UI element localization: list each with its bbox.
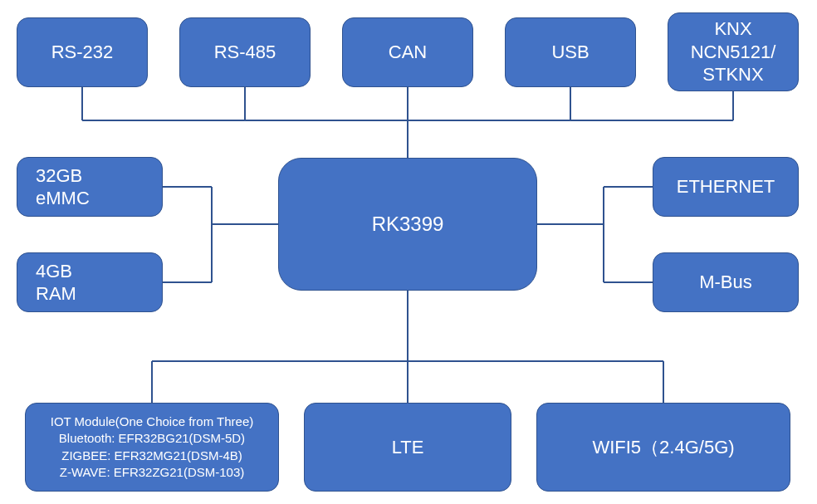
box-label: RS-232 <box>51 41 114 64</box>
box-label: ETHERNET <box>677 175 775 198</box>
box-label: IOT Module(One Choice from Three)Bluetoo… <box>51 413 254 481</box>
box-mbus: M-Bus <box>653 252 799 312</box>
diagram-canvas: RS-232 RS-485 CAN USB KNXNCN5121/STKNX 3… <box>0 0 817 504</box>
box-knx: KNXNCN5121/STKNX <box>668 12 799 91</box>
box-ethernet: ETHERNET <box>653 157 799 217</box>
box-label: USB <box>551 41 589 64</box>
box-label: 32GBeMMC <box>36 164 90 210</box>
box-label: RK3399 <box>372 212 444 237</box>
box-rs485: RS-485 <box>179 17 311 87</box>
box-can: CAN <box>342 17 473 87</box>
box-emmc: 32GBeMMC <box>17 157 163 217</box>
box-central-rk3399: RK3399 <box>278 158 537 291</box>
box-ram: 4GBRAM <box>17 252 163 312</box>
box-rs232: RS-232 <box>17 17 148 87</box>
box-lte: LTE <box>304 403 511 492</box>
box-usb: USB <box>505 17 636 87</box>
box-label: 4GBRAM <box>36 260 76 306</box>
box-label: CAN <box>389 41 427 64</box>
box-label: WIFI5（2.4G/5G) <box>592 436 734 459</box>
box-wifi5: WIFI5（2.4G/5G) <box>536 403 790 492</box>
box-label: LTE <box>392 436 424 459</box>
box-label: RS-485 <box>214 41 276 64</box>
box-iot-module: IOT Module(One Choice from Three)Bluetoo… <box>25 403 279 492</box>
box-label: M-Bus <box>699 271 752 294</box>
box-label: KNXNCN5121/STKNX <box>691 17 776 86</box>
